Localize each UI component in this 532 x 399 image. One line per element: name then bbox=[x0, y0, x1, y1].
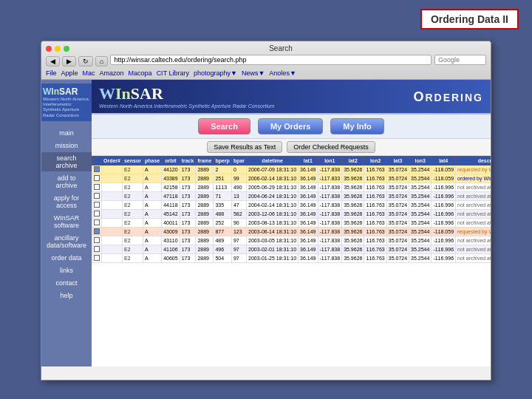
sidebar-item-links[interactable]: links bbox=[41, 265, 92, 276]
cell-lon2: 116.763 bbox=[364, 219, 386, 228]
cell-description: not archived at WInSAR bbox=[456, 245, 491, 254]
row-checkbox[interactable] bbox=[94, 228, 100, 234]
bookmark-amazon[interactable]: Amazon bbox=[100, 69, 124, 77]
sidebar-item-apply-access[interactable]: apply foraccess bbox=[41, 192, 92, 211]
cell-bpar: 47 bbox=[231, 201, 246, 210]
browser-chrome: Search ◀ ▶ ↻ ⌂ File Apple Mac Amazon Mac… bbox=[41, 41, 491, 80]
cell-orbit: 43389 bbox=[162, 174, 180, 183]
cell-phase: A bbox=[143, 228, 161, 236]
sidebar-item-add-archive[interactable]: add toarchive bbox=[41, 172, 92, 191]
forward-button[interactable]: ▶ bbox=[62, 56, 76, 66]
cell-sensor: E2 bbox=[122, 201, 143, 210]
order-checked-button[interactable]: Order Checked Requests bbox=[287, 141, 375, 153]
cell-lon1: -117.838 bbox=[318, 183, 342, 192]
row-checkbox[interactable] bbox=[94, 237, 100, 243]
search-button[interactable]: Search bbox=[198, 118, 250, 134]
cell-lat1: 36.149 bbox=[299, 192, 318, 201]
cell-description: not archived at WInSAR bbox=[456, 183, 491, 192]
cell-sensor: E2 bbox=[122, 228, 143, 236]
sidebar-item-contact[interactable]: contact bbox=[41, 277, 92, 289]
bookmark-anoles[interactable]: Anoles▼ bbox=[269, 69, 296, 77]
cell-sensor: E2 bbox=[122, 245, 143, 254]
cell-lat2: 35.9626 bbox=[342, 236, 364, 245]
cell-bpar: 490 bbox=[231, 183, 246, 192]
cell-orbit: 43009 bbox=[162, 228, 180, 236]
close-icon[interactable] bbox=[46, 46, 52, 52]
bookmark-news[interactable]: News▼ bbox=[242, 69, 265, 77]
sidebar-item-mission[interactable]: mission bbox=[41, 140, 92, 151]
cell-lat1: 36.149 bbox=[299, 174, 318, 183]
sidebar-item-help[interactable]: help bbox=[41, 290, 92, 301]
sidebar-item-winsar-software[interactable]: WInSARsoftware bbox=[41, 212, 92, 231]
row-checkbox[interactable] bbox=[94, 184, 100, 190]
bookmark-apple[interactable]: Apple bbox=[61, 69, 78, 77]
cell-bpar: 99 bbox=[231, 174, 246, 183]
cell-orbit: 43110 bbox=[162, 236, 180, 245]
cell-lat2: 35.9626 bbox=[342, 174, 364, 183]
row-checkbox-cell bbox=[92, 174, 102, 183]
cell-lat2: 35.9626 bbox=[342, 219, 364, 228]
cell-orbit: 40605 bbox=[162, 254, 180, 263]
cell-lat4: -118.059 bbox=[432, 228, 456, 236]
bookmark-mac[interactable]: Mac bbox=[83, 69, 95, 77]
cell-order bbox=[102, 192, 123, 201]
search-input[interactable] bbox=[434, 55, 486, 65]
cell-orbit: 41106 bbox=[162, 245, 180, 254]
cell-bpar: 97 bbox=[231, 236, 246, 245]
cell-phase: A bbox=[143, 210, 161, 219]
cell-lat4: -116.996 bbox=[432, 245, 456, 254]
bookmark-file[interactable]: File bbox=[46, 69, 57, 77]
cell-phase: A bbox=[143, 219, 161, 228]
cell-lon3: 35.2544 bbox=[409, 183, 432, 192]
row-checkbox[interactable] bbox=[94, 193, 100, 199]
bookmark-citlib[interactable]: CIT Library bbox=[157, 69, 189, 77]
address-input[interactable] bbox=[110, 55, 432, 65]
row-checkbox[interactable] bbox=[94, 246, 100, 252]
sidebar-item-search-archive[interactable]: searcharchive bbox=[41, 152, 92, 171]
row-checkbox[interactable] bbox=[94, 202, 100, 208]
cell-frame: 2889 bbox=[196, 183, 214, 192]
bookmarks-bar: File Apple Mac Amazon Macopa CIT Library… bbox=[46, 69, 486, 79]
cell-phase: A bbox=[143, 245, 161, 254]
cell-lat4: -118.059 bbox=[432, 174, 456, 183]
sidebar-item-order-data[interactable]: order data bbox=[41, 252, 92, 264]
col-lon3: lon3 bbox=[409, 157, 432, 166]
cell-phase: A bbox=[143, 254, 161, 263]
back-button[interactable]: ◀ bbox=[46, 56, 60, 66]
cell-lat4: -116.996 bbox=[432, 236, 456, 245]
bookmark-photography[interactable]: photography▼ bbox=[194, 69, 237, 77]
nav-buttons: ◀ ▶ ↻ ⌂ bbox=[46, 55, 486, 67]
cell-lon2: 116.763 bbox=[364, 210, 386, 219]
col-description: description bbox=[456, 157, 491, 166]
my-orders-button[interactable]: My Orders bbox=[258, 118, 323, 134]
row-checkbox[interactable] bbox=[94, 255, 100, 261]
cell-description: not archived at WInSAR bbox=[456, 219, 491, 228]
row-checkbox[interactable] bbox=[94, 175, 100, 181]
cell-bpar: 582 bbox=[231, 210, 246, 219]
cell-datetime: 2006-07-09 18:31:10 bbox=[247, 166, 299, 174]
sidebar-item-ancillary[interactable]: ancillarydata/software bbox=[41, 232, 92, 251]
cell-lon3: 35.2544 bbox=[409, 210, 432, 219]
cell-lat4: -116.996 bbox=[432, 192, 456, 201]
cell-lat3: 35.0724 bbox=[386, 166, 409, 174]
cell-bperp: 2 bbox=[214, 166, 231, 174]
cell-description: not archived at WInSAR bbox=[456, 210, 491, 219]
save-results-button[interactable]: Save Results as Text bbox=[207, 141, 282, 153]
bookmark-macopa[interactable]: Macopa bbox=[129, 69, 152, 77]
website-content: WInSAR Western North America Interferome… bbox=[41, 80, 491, 366]
cell-track: 173 bbox=[180, 174, 196, 183]
maximize-icon[interactable] bbox=[64, 46, 69, 52]
row-checkbox[interactable] bbox=[94, 211, 100, 216]
cell-bperp: 71 bbox=[214, 192, 231, 201]
row-checkbox[interactable] bbox=[94, 219, 100, 225]
cell-lon2: 116.763 bbox=[364, 174, 386, 183]
cell-order bbox=[102, 201, 123, 210]
cell-lon1: -117.838 bbox=[318, 192, 342, 201]
my-info-button[interactable]: My Info bbox=[330, 118, 384, 134]
sidebar-item-main[interactable]: main bbox=[41, 127, 92, 139]
home-button[interactable]: ⌂ bbox=[95, 56, 108, 66]
row-checkbox[interactable] bbox=[94, 166, 100, 172]
reload-button[interactable]: ↻ bbox=[78, 56, 93, 66]
data-table-container[interactable]: Order# sensor phase orbit track frame bp… bbox=[92, 156, 491, 366]
minimize-icon[interactable] bbox=[55, 46, 61, 52]
